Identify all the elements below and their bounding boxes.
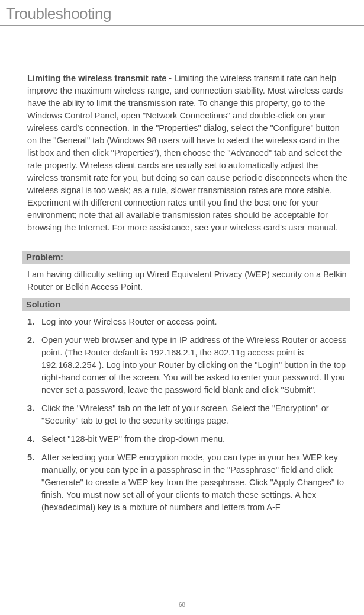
step-text: After selecting your WEP encryption mode… bbox=[41, 451, 347, 514]
list-item: 2. Open your web browser and type in IP … bbox=[27, 334, 347, 396]
solution-header: Solution bbox=[22, 298, 350, 311]
page-number: 68 bbox=[0, 601, 364, 608]
content-area: Limiting the wireless transmit rate - Li… bbox=[0, 26, 364, 514]
page-title: Troubleshooting bbox=[6, 5, 364, 23]
problem-header: Problem: bbox=[22, 251, 350, 264]
list-item: 3. Click the "Wireless" tab on the left … bbox=[27, 402, 347, 427]
intro-rest: - Limiting the wireless transmit rate ca… bbox=[27, 73, 347, 232]
list-item: 4. Select "128-bit WEP" from the drop-do… bbox=[27, 433, 347, 446]
step-number: 1. bbox=[27, 316, 41, 328]
step-number: 5. bbox=[27, 451, 41, 514]
list-item: 5. After selecting your WEP encryption m… bbox=[27, 451, 347, 514]
step-number: 4. bbox=[27, 433, 41, 446]
step-text: Log into your Wireless Router or access … bbox=[41, 316, 347, 328]
intro-bold-lead: Limiting the wireless transmit rate bbox=[27, 73, 166, 83]
step-number: 2. bbox=[27, 334, 41, 396]
step-number: 3. bbox=[27, 402, 41, 427]
problem-text: I am having difficulty setting up Wired … bbox=[27, 268, 347, 293]
step-text: Click the "Wireless" tab on the left of … bbox=[41, 402, 347, 427]
step-text: Select "128-bit WEP" from the drop-down … bbox=[41, 433, 347, 446]
solution-steps-list: 1. Log into your Wireless Router or acce… bbox=[27, 316, 347, 514]
step-text: Open your web browser and type in IP add… bbox=[41, 334, 347, 396]
intro-paragraph: Limiting the wireless transmit rate - Li… bbox=[27, 72, 347, 234]
list-item: 1. Log into your Wireless Router or acce… bbox=[27, 316, 347, 328]
